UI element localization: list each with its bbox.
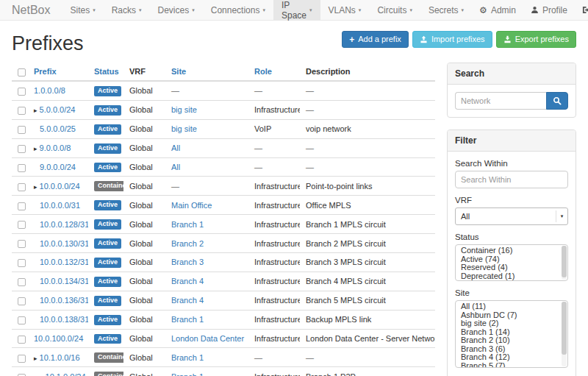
table-row: 10.0.0.0/31ActiveGlobalMain OfficeInfras… [12, 196, 435, 215]
vrf-cell: Global [123, 272, 165, 291]
page-header: Prefixes +Add a prefixImport prefixesExp… [12, 21, 576, 63]
nav-item-admin[interactable]: ⚙Admin [472, 0, 523, 20]
prefix-link[interactable]: 5.0.0.0/24 [40, 105, 76, 114]
export-icon [503, 35, 512, 43]
row-checkbox[interactable] [18, 278, 26, 286]
prefix-link[interactable]: 10.0.0.128/31 [40, 220, 88, 229]
row-checkbox[interactable] [18, 221, 26, 229]
row-checkbox[interactable] [18, 88, 26, 96]
prefix-link[interactable]: 9.0.0.0/24 [40, 163, 76, 171]
description-cell: Office MPLS [300, 196, 435, 215]
site-link[interactable]: All [171, 143, 180, 152]
row-checkbox[interactable] [18, 374, 26, 376]
row-checkbox[interactable] [18, 297, 26, 305]
prefix-link[interactable]: 10.0.0.134/31 [40, 277, 88, 285]
site-link[interactable]: Branch 1 [171, 220, 204, 229]
status-option[interactable]: Active (74) [456, 255, 560, 264]
table-row: 10.0.0.132/31ActiveGlobalBranch 3Infrast… [12, 253, 435, 272]
prefix-cell: 9.0.0.0/24 [28, 157, 88, 177]
status-option[interactable]: Deprecated (1) [456, 272, 560, 281]
site-link[interactable]: All [171, 163, 180, 171]
nav-item-vlans[interactable]: VLANs▾ [320, 0, 370, 20]
row-checkbox[interactable] [18, 107, 26, 115]
site-option[interactable]: Branch 4 (12) [456, 353, 560, 362]
site-option[interactable]: All (11) [456, 302, 560, 311]
row-checkbox[interactable] [18, 202, 26, 210]
prefix-link[interactable]: 10.0.100.0/24 [34, 334, 83, 343]
site-cell: — [165, 81, 248, 100]
column-header-status[interactable]: Status [88, 63, 123, 81]
description-cell: London Data Center - Server Network [300, 329, 435, 348]
prefix-cell: 5.0.0.0/25 [28, 119, 88, 138]
site-option[interactable]: Branch 2 (10) [456, 336, 560, 345]
nav-item-ip-space[interactable]: IP Space▾ [273, 0, 320, 20]
site-link[interactable]: Branch 1 [171, 353, 204, 362]
row-checkbox[interactable] [18, 183, 26, 191]
vrf-select[interactable]: All ▾ [455, 207, 568, 225]
site-link[interactable]: Main Office [171, 201, 212, 210]
site-listbox[interactable]: All (11)Ashburn DC (7)big site (2)Branch… [455, 300, 568, 368]
row-checkbox[interactable] [18, 259, 26, 267]
prefix-link[interactable]: 10.1.0.0/24 [46, 372, 86, 376]
column-header-site[interactable]: Site [165, 63, 248, 81]
prefix-link[interactable]: 10.1.0.0/16 [40, 353, 80, 362]
nav-item-devices[interactable]: Devices▾ [150, 0, 203, 20]
row-checkbox[interactable] [18, 355, 26, 363]
site-link[interactable]: Branch 1 [171, 315, 204, 324]
site-link[interactable]: Branch 1 [171, 372, 204, 376]
prefix-link[interactable]: 5.0.0.0/25 [40, 124, 76, 133]
site-label: Site [455, 288, 568, 297]
prefix-link[interactable]: 10.0.0.132/31 [40, 258, 88, 266]
row-checkbox-cell [12, 157, 28, 177]
row-checkbox[interactable] [18, 126, 26, 134]
nav-item-circuits[interactable]: Circuits▾ [369, 0, 420, 20]
site-link[interactable]: big site [171, 124, 197, 133]
site-link[interactable]: big site [171, 105, 197, 114]
search-input[interactable] [455, 92, 546, 110]
prefix-link[interactable]: 10.0.0.0/31 [40, 201, 80, 210]
scrollbar[interactable] [562, 302, 567, 366]
scrollbar[interactable] [562, 246, 567, 280]
import-prefixes-button[interactable]: Import prefixes [412, 31, 492, 48]
column-header-prefix[interactable]: Prefix [28, 63, 88, 81]
nav-item-connections[interactable]: Connections▾ [203, 0, 273, 20]
row-checkbox[interactable] [18, 145, 26, 153]
site-link[interactable]: London Data Center [171, 334, 244, 343]
site-option[interactable]: Branch 5 (7) [456, 362, 560, 369]
row-checkbox[interactable] [18, 240, 26, 248]
prefix-link[interactable]: 10.0.0.136/31 [40, 296, 88, 305]
site-option[interactable]: Branch 3 (6) [456, 345, 560, 354]
site-link[interactable]: Branch 2 [171, 239, 204, 248]
nav-item-racks[interactable]: Racks▾ [104, 0, 150, 20]
search-panel: Search [447, 63, 576, 118]
row-checkbox[interactable] [18, 316, 26, 324]
status-option[interactable]: Container (16) [456, 246, 560, 255]
nav-item-profile[interactable]: Profile [523, 0, 575, 20]
prefix-link[interactable]: 1.0.0.0/8 [34, 86, 65, 95]
nav-item-secrets[interactable]: Secrets▾ [420, 0, 472, 20]
site-link[interactable]: Branch 3 [171, 258, 204, 266]
row-checkbox[interactable] [18, 164, 26, 172]
column-header-vrf: VRF [123, 63, 165, 81]
row-checkbox[interactable] [18, 336, 26, 344]
add-a-prefix-button[interactable]: +Add a prefix [342, 31, 409, 48]
export-prefixes-button[interactable]: Export prefixes [496, 31, 576, 48]
prefix-link[interactable]: 9.0.0.0/8 [40, 143, 71, 152]
site-link[interactable]: Branch 4 [171, 277, 204, 285]
prefix-link[interactable]: 10.0.0.0/24 [40, 182, 80, 191]
status-option[interactable]: Reserved (4) [456, 263, 560, 272]
nav-item-sites[interactable]: Sites▾ [62, 0, 103, 20]
site-link[interactable]: Branch 4 [171, 296, 204, 305]
search-within-input[interactable] [455, 171, 568, 188]
status-listbox[interactable]: Container (16)Active (74)Reserved (4)Dep… [455, 244, 568, 281]
prefix-link[interactable]: 10.0.0.138/31 [40, 315, 88, 324]
site-option[interactable]: Ashburn DC (7) [456, 311, 560, 320]
site-option[interactable]: big site (2) [456, 319, 560, 328]
brand-logo[interactable]: NetBox [12, 0, 50, 20]
search-button[interactable] [546, 92, 568, 110]
nav-item-log-out[interactable]: Log out [575, 0, 588, 20]
prefix-link[interactable]: 10.0.0.130/31 [40, 239, 88, 248]
column-header-role[interactable]: Role [248, 63, 300, 81]
select-all-checkbox[interactable] [18, 68, 26, 77]
site-option[interactable]: Branch 1 (14) [456, 328, 560, 337]
